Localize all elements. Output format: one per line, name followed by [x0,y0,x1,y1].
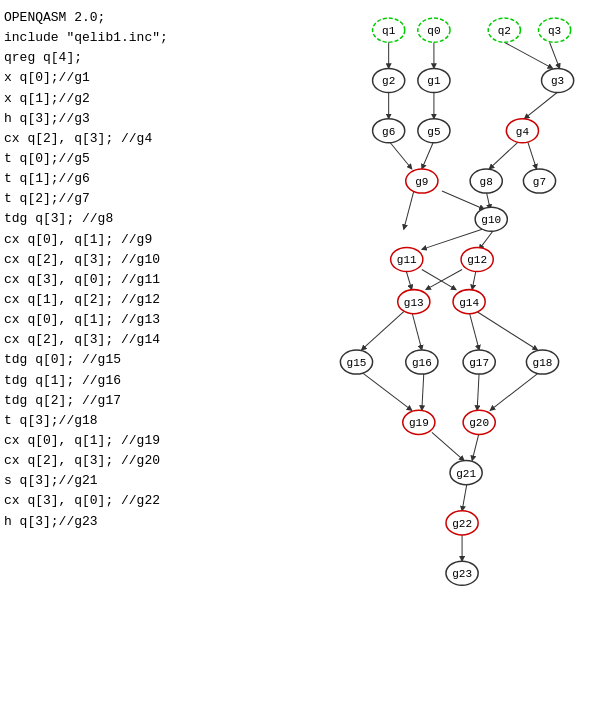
circuit-dag-svg: q1 q0 q2 q3 g2 g1 g3 g6 [290,0,608,714]
svg-line-8 [422,141,434,169]
code-line: x q[0];//g1 [4,68,286,88]
svg-text:g7: g7 [533,176,546,188]
svg-text:g20: g20 [469,417,489,429]
node-g21: g21 [450,461,482,485]
code-line: tdg q[3]; //g8 [4,209,286,229]
node-g1: g1 [418,68,450,92]
node-g22: g22 [446,511,478,535]
code-line: cx q[2], q[3]; //g14 [4,330,286,350]
node-g8: g8 [470,169,502,193]
code-line: t q[2];//g7 [4,189,286,209]
svg-text:q1: q1 [382,25,396,37]
code-line: t q[0];//g5 [4,149,286,169]
code-line: cx q[2], q[3]; //g4 [4,129,286,149]
node-g3: g3 [542,68,574,92]
svg-text:g12: g12 [467,254,487,266]
svg-text:g4: g4 [516,126,530,138]
svg-line-9 [489,141,519,169]
node-g9: g9 [406,169,438,193]
node-g12: g12 [461,247,493,271]
code-panel: OPENQASM 2.0;include "qelib1.inc";qreg q… [0,0,290,714]
svg-text:g8: g8 [480,176,493,188]
svg-line-14 [479,229,494,249]
node-g13: g13 [398,290,430,314]
svg-text:g23: g23 [452,568,472,580]
svg-line-28 [432,432,464,460]
node-g17: g17 [463,350,495,374]
svg-text:g15: g15 [347,357,367,369]
svg-line-11 [442,191,484,209]
code-line: cx q[0], q[1]; //g19 [4,431,286,451]
svg-text:g17: g17 [469,357,489,369]
node-g20: g20 [463,410,495,434]
code-line: tdg q[0]; //g15 [4,350,286,370]
node-g19: g19 [403,410,435,434]
code-line: x q[1];//g2 [4,89,286,109]
svg-text:g19: g19 [409,417,429,429]
svg-line-23 [477,312,537,350]
svg-text:g9: g9 [415,176,428,188]
graph-panel: q1 q0 q2 q3 g2 g1 g3 g6 [290,0,608,714]
node-g10: g10 [475,207,507,231]
code-line: cx q[1], q[2]; //g12 [4,290,286,310]
code-line: OPENQASM 2.0; [4,8,286,28]
node-g14: g14 [453,290,485,314]
svg-text:q3: q3 [548,25,561,37]
svg-text:g21: g21 [456,468,476,480]
svg-line-3 [550,42,560,68]
code-line: qreg q[4]; [4,48,286,68]
svg-line-29 [472,432,479,460]
code-lines: OPENQASM 2.0;include "qelib1.inc";qreg q… [4,8,286,532]
code-line: s q[3];//g21 [4,471,286,491]
node-g4: g4 [506,119,538,143]
code-line: cx q[0], q[1]; //g9 [4,230,286,250]
code-line: h q[3];//g3 [4,109,286,129]
svg-text:g10: g10 [481,214,501,226]
node-g16: g16 [406,350,438,374]
code-line: t q[3];//g18 [4,411,286,431]
code-line: include "qelib1.inc"; [4,28,286,48]
svg-text:g2: g2 [382,75,395,87]
svg-text:g22: g22 [452,518,472,530]
code-line: cx q[2], q[3]; //g20 [4,451,286,471]
svg-line-16 [406,270,412,290]
code-line: t q[1];//g6 [4,169,286,189]
svg-text:g3: g3 [551,75,564,87]
svg-line-12 [404,191,414,229]
code-line: cx q[3], q[0]; //g11 [4,270,286,290]
code-line: cx q[2], q[3]; //g10 [4,250,286,270]
node-g6: g6 [373,119,405,143]
svg-text:g5: g5 [427,126,440,138]
node-q2: q2 [488,18,520,42]
node-q3: q3 [539,18,571,42]
svg-line-21 [412,312,422,350]
svg-line-25 [422,372,424,410]
node-g5: g5 [418,119,450,143]
svg-text:g14: g14 [459,297,479,309]
svg-line-18 [422,270,456,290]
code-line: tdg q[2]; //g17 [4,391,286,411]
svg-line-19 [426,270,462,290]
svg-line-24 [362,372,412,410]
code-line: h q[3];//g23 [4,512,286,532]
svg-line-15 [422,229,482,249]
svg-line-27 [490,372,539,410]
svg-text:g1: g1 [427,75,441,87]
node-g2: g2 [373,68,405,92]
node-q1: q1 [373,18,405,42]
svg-text:g18: g18 [533,357,553,369]
svg-text:g13: g13 [404,297,424,309]
node-q0: q0 [418,18,450,42]
svg-text:g16: g16 [412,357,432,369]
node-g7: g7 [523,169,555,193]
svg-line-22 [469,312,479,350]
node-g18: g18 [526,350,558,374]
svg-line-26 [477,372,479,410]
svg-line-2 [504,42,552,68]
svg-line-30 [462,483,467,511]
svg-text:q2: q2 [498,25,511,37]
svg-line-7 [389,141,412,169]
code-line: tdg q[1]; //g16 [4,371,286,391]
svg-line-17 [472,270,476,290]
svg-line-20 [362,312,404,350]
